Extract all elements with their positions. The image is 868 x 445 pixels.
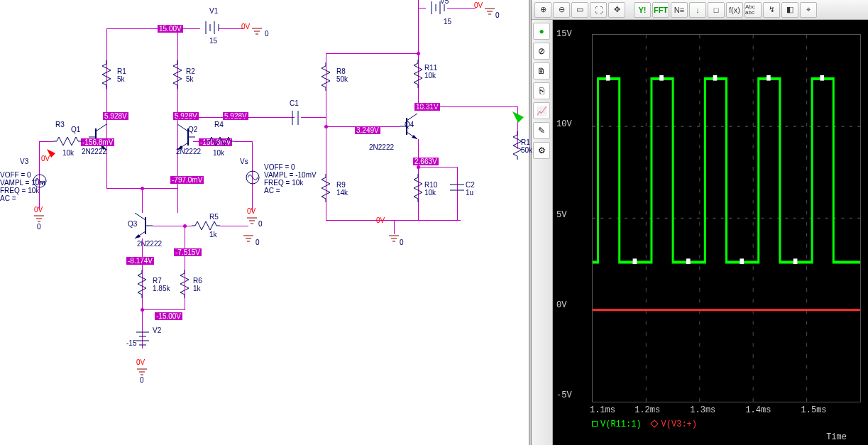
svg-rect-76	[740, 258, 744, 264]
node	[417, 52, 420, 55]
wire	[142, 188, 143, 213]
gnd-0: 0	[37, 223, 41, 231]
resistor-icon	[102, 60, 111, 89]
stop-button[interactable]: ⊘	[533, 43, 550, 60]
wire	[185, 226, 185, 265]
bjt-icon	[174, 124, 195, 150]
svg-rect-69	[606, 75, 610, 81]
svg-rect-77	[793, 258, 798, 264]
node	[417, 165, 420, 169]
voltage-label: -7.515V	[174, 248, 202, 256]
chart-button[interactable]: 📈	[533, 102, 550, 119]
ground-icon	[252, 26, 266, 36]
gnd-0: 0	[265, 30, 269, 38]
r-load: R150k	[521, 138, 532, 154]
wire	[418, 167, 457, 167]
zoom-area-button[interactable]: ▭	[571, 2, 588, 18]
label-button[interactable]: Abc abc	[745, 2, 762, 18]
ground-icon	[247, 216, 257, 226]
voltage-label: 5.928V	[173, 112, 199, 120]
schematic-canvas[interactable]: V1 15 15.00V 0V 0 R15k R25k 5.928V 5.928…	[0, 0, 529, 445]
voltage-label: 5.928V	[103, 112, 128, 120]
run-button[interactable]: ●	[533, 23, 550, 40]
svg-rect-72	[767, 75, 771, 81]
resistor-icon	[173, 60, 182, 89]
ytick: 5V	[556, 210, 566, 220]
svg-rect-75	[686, 258, 691, 264]
xtick: 1.5ms	[801, 405, 827, 415]
zoom-out-button[interactable]: ⊖	[553, 2, 570, 18]
settings-button[interactable]: ⚙	[533, 142, 550, 159]
fft-button[interactable]: FFT	[652, 2, 669, 18]
resistor-icon	[322, 174, 330, 202]
q1-model: 2N2222	[82, 148, 106, 155]
doc-button[interactable]: 🗎	[533, 62, 550, 79]
wire	[142, 309, 185, 310]
v5-val: 15	[444, 18, 451, 26]
y-axis-button[interactable]: Y!	[634, 2, 651, 18]
svg-rect-70	[659, 75, 664, 81]
r4-val: 10k	[213, 149, 224, 157]
svg-line-14	[177, 124, 188, 131]
svg-line-28	[135, 213, 145, 220]
perf-button[interactable]: N≡	[671, 2, 688, 18]
wire	[177, 28, 178, 213]
ground-icon	[243, 234, 253, 244]
r6: R61k	[193, 277, 202, 292]
svg-rect-74	[633, 258, 637, 264]
r3: R3	[55, 121, 65, 128]
probe-marker-icon	[45, 148, 58, 160]
source-v1-val: 15	[209, 37, 217, 45]
battery-icon	[426, 1, 447, 14]
trace-r11	[593, 35, 860, 402]
copy-button[interactable]: ⎘	[533, 82, 550, 99]
wire	[326, 53, 418, 54]
r9: R914k	[336, 181, 348, 197]
resistor-icon	[192, 221, 220, 230]
fx-button[interactable]: f(x)	[726, 2, 743, 18]
cursor-button[interactable]: ⌖	[800, 2, 817, 18]
resistor-icon	[206, 137, 234, 145]
q4-model: 2N2222	[369, 143, 394, 151]
plot-canvas[interactable]	[592, 34, 861, 402]
ytick: 10V	[556, 119, 572, 129]
ytick: -5V	[556, 390, 572, 400]
wire	[106, 28, 200, 29]
voltage-label: -156.8mV	[81, 138, 114, 146]
capacitor-icon	[290, 111, 301, 125]
r8: R850k	[336, 67, 348, 83]
source-v1-ref: V1	[209, 7, 218, 15]
ytick: 15V	[556, 29, 572, 39]
zero-label: 0V	[241, 23, 250, 31]
svg-marker-60	[512, 111, 524, 123]
wire	[326, 220, 461, 221]
wire	[106, 28, 107, 188]
wire	[301, 117, 326, 118]
plot-area[interactable]: 15V 10V 5V 0V -5V 1.1ms 1.2ms 1.3ms 1.4m…	[553, 20, 868, 445]
zoom-in-button[interactable]: ⊕	[534, 2, 551, 18]
v2-ref: V2	[153, 326, 161, 334]
export-button[interactable]: ↓	[689, 2, 706, 18]
sine-source-icon	[246, 170, 260, 185]
pan-button[interactable]: ✥	[608, 2, 625, 18]
wire	[185, 265, 185, 309]
vs-ref: Vs	[240, 158, 248, 165]
v3-ref: V3	[20, 158, 28, 165]
v3-params: VOFF = 0 VAMPL = 10m FREQ = 10k AC =	[0, 171, 45, 202]
zero-label: 0V	[34, 206, 43, 214]
edit-button[interactable]: ✎	[533, 122, 550, 139]
mark-button[interactable]: ◧	[781, 2, 798, 18]
wire	[177, 117, 295, 118]
unsync-button[interactable]: ↯	[763, 2, 780, 18]
q3-model: 2N2222	[137, 240, 162, 248]
r11: R1110k	[424, 64, 437, 79]
c2: C21u	[466, 181, 475, 197]
r2: R25k	[186, 67, 195, 83]
plot-toolbar: ⊕ ⊖ ▭ ⛶ ✥ Y! FFT N≡ ↓ □ f(x) Abc abc ↯ ◧…	[532, 0, 868, 20]
svg-marker-21	[47, 149, 55, 158]
xtick: 1.2ms	[634, 405, 660, 415]
zoom-fit-button[interactable]: ⛶	[590, 2, 607, 18]
voltage-label: 2.663V	[413, 158, 439, 165]
last-button[interactable]: □	[708, 2, 725, 18]
svg-line-52	[407, 114, 417, 121]
